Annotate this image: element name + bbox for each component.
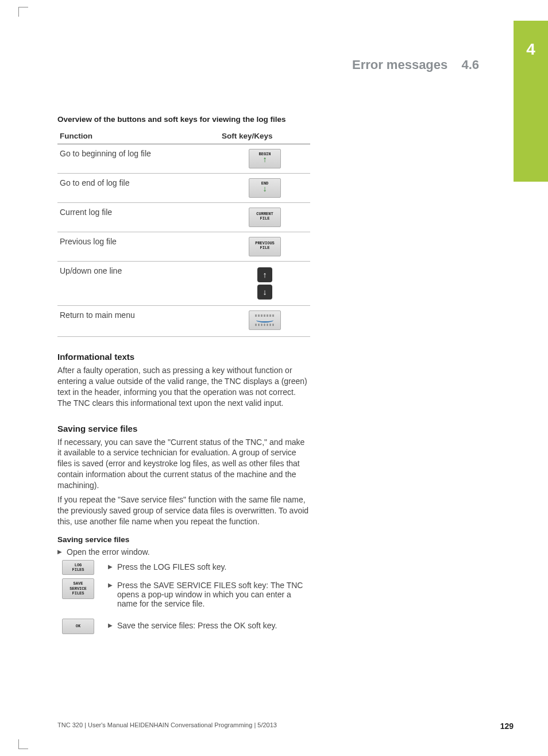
- col-softkey: Soft key/Keys: [219, 128, 310, 144]
- func-cell: Current log file: [57, 203, 219, 232]
- func-cell: Return to main menu: [57, 306, 219, 337]
- table-title: Overview of the buttons and soft keys fo…: [57, 115, 310, 124]
- chapter-tab: 4: [514, 21, 548, 182]
- content-area: Overview of the buttons and soft keys fo…: [57, 115, 310, 638]
- arrow-down-icon: ↓: [249, 186, 280, 193]
- step-text: Save the service files: Press the OK sof…: [108, 621, 310, 630]
- key-cell: PREVIOUS FILE: [219, 232, 310, 262]
- softkey-current-file-icon: CURRENT FILE: [249, 208, 281, 227]
- step-row: SAVE SERVICE FILES Press the SAVE SERVIC…: [57, 578, 310, 611]
- softkey-log-files-icon: LOG FILES: [62, 560, 94, 575]
- arrow-up-icon: ↑: [249, 156, 280, 163]
- hardkey-up-icon: ↑: [257, 267, 272, 282]
- table-row: Previous log file PREVIOUS FILE: [57, 232, 310, 262]
- save-subheading: Saving service files: [57, 535, 310, 544]
- step-text: Press the SAVE SERVICE FILES soft key: T…: [108, 581, 310, 608]
- table-row: Go to end of log file END ↓: [57, 174, 310, 203]
- crop-mark-bl: [18, 739, 28, 749]
- key-cell: [219, 306, 310, 337]
- key-cell: END ↓: [219, 174, 310, 203]
- step-text: Press the LOG FILES soft key.: [108, 562, 310, 571]
- key-cell: CURRENT FILE: [219, 203, 310, 232]
- footer-text: TNC 320 | User's Manual HEIDENHAIN Conve…: [57, 722, 277, 728]
- page-footer: TNC 320 | User's Manual HEIDENHAIN Conve…: [57, 722, 514, 731]
- softkey-table: Function Soft key/Keys Go to beginning o…: [57, 128, 310, 337]
- key-cell: BEGIN ↑: [219, 144, 310, 174]
- table-row: Up/down one line ↑ ↓: [57, 262, 310, 306]
- func-cell: Previous log file: [57, 232, 219, 262]
- crop-mark-tl: [18, 7, 28, 17]
- func-cell: Go to beginning of log file: [57, 144, 219, 174]
- col-function: Function: [57, 128, 219, 144]
- hardkey-down-icon: ↓: [257, 285, 272, 300]
- step-row: OK Save the service files: Press the OK …: [57, 619, 310, 634]
- func-cell: Up/down one line: [57, 262, 219, 306]
- table-row: Current log file CURRENT FILE: [57, 203, 310, 232]
- key-cell: ↑ ↓: [219, 262, 310, 306]
- table-row: Go to beginning of log file BEGIN ↑: [57, 144, 310, 174]
- softkey-save-service-files-icon: SAVE SERVICE FILES: [62, 578, 94, 598]
- save-paragraph-1: If necessary, you can save the "Current …: [57, 437, 310, 491]
- step-open-error: Open the error window.: [57, 547, 310, 557]
- header-title: Error messages: [352, 57, 447, 72]
- func-cell: Go to end of log file: [57, 174, 219, 203]
- save-paragraph-2: If you repeat the "Save service files" f…: [57, 494, 310, 527]
- step-row: LOG FILES Press the LOG FILES soft key.: [57, 560, 310, 575]
- page-header: Error messages 4.6: [352, 57, 479, 72]
- section-heading-info: Informational texts: [57, 352, 310, 362]
- table-row: Return to main menu: [57, 306, 310, 337]
- softkey-previous-file-icon: PREVIOUS FILE: [249, 237, 281, 256]
- softkey-main-menu-icon: [249, 310, 281, 330]
- chapter-number: 4: [514, 21, 548, 59]
- section-heading-save: Saving service files: [57, 424, 310, 433]
- softkey-end-icon: END ↓: [249, 178, 281, 198]
- info-paragraph: After a faulty operation, such as pressi…: [57, 365, 310, 409]
- header-section-number: 4.6: [461, 57, 479, 72]
- page-number: 129: [500, 722, 514, 731]
- softkey-ok-icon: OK: [62, 619, 94, 634]
- softkey-begin-icon: BEGIN ↑: [249, 149, 281, 168]
